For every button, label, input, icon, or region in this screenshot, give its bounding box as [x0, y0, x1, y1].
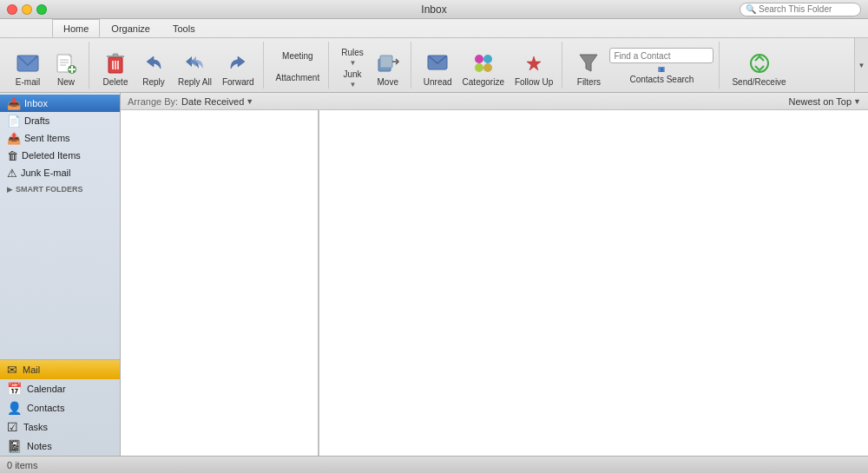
junk-label: Junk: [343, 69, 361, 79]
ribbon-group-move: Rules ▼ ! Junk ▼: [332, 42, 411, 89]
folder-sent[interactable]: 📤 Sent Items: [0, 129, 120, 147]
email-label: E-mail: [16, 77, 40, 87]
svg-marker-28: [527, 56, 541, 70]
nav-notes[interactable]: 📓 Notes: [0, 437, 120, 456]
search-box[interactable]: 🔍: [740, 3, 861, 16]
nav-mail[interactable]: ✉ Mail: [0, 360, 120, 379]
svg-marker-29: [580, 55, 597, 71]
nav-tasks[interactable]: ☑ Tasks: [0, 417, 120, 437]
tab-organize[interactable]: Organize: [100, 19, 161, 37]
close-button[interactable]: [7, 4, 17, 15]
arrange-sort[interactable]: Newest on Top ▼: [789, 96, 862, 107]
smart-folders-section[interactable]: ▶ SMART FOLDERS: [0, 181, 120, 195]
delete-button[interactable]: Delete: [98, 45, 133, 89]
move-button[interactable]: Move: [371, 45, 405, 89]
ribbon-content: E-mail New: [0, 38, 868, 92]
new-button[interactable]: New: [49, 45, 83, 89]
rules-dropdown-arrow: ▼: [350, 59, 357, 67]
forward-icon: [227, 53, 248, 74]
junk-button[interactable]: ! Junk ▼: [338, 68, 367, 89]
rules-button[interactable]: Rules ▼: [338, 46, 367, 67]
inbox-icon: 📥: [7, 97, 21, 110]
ribbon-group-find: Filters 👤 Contacts Search: [566, 42, 720, 89]
contacts-search-button[interactable]: 👤 Contacts Search: [609, 65, 713, 86]
delete-label: Delete: [103, 77, 128, 87]
ribbon-tabs: Home Organize Tools: [0, 19, 868, 38]
folder-deleted[interactable]: 🗑 Deleted Items: [0, 147, 120, 164]
folder-junk[interactable]: ⚠ Junk E-mail: [0, 164, 120, 181]
maximize-button[interactable]: [36, 4, 47, 15]
arrange-dropdown-arrow[interactable]: ▼: [246, 97, 253, 106]
smart-folders-label: SMART FOLDERS: [16, 185, 83, 194]
email-button[interactable]: E-mail: [10, 45, 45, 89]
ribbon-scroll-arrow[interactable]: ▼: [854, 38, 868, 92]
filters-icon: [579, 52, 598, 75]
sent-icon: 📤: [7, 132, 21, 145]
drafts-icon: 📄: [7, 115, 21, 128]
calendar-nav-label: Calendar: [27, 384, 66, 394]
search-input[interactable]: [759, 4, 855, 14]
preview-pane: [319, 110, 868, 456]
status-bar: 0 items: [0, 456, 868, 473]
smart-folders-arrow: ▶: [7, 186, 12, 194]
reply-label: Reply: [142, 77, 165, 87]
meeting-button[interactable]: Meeting: [273, 46, 324, 67]
nav-contacts[interactable]: 👤 Contacts: [0, 398, 120, 417]
mail-nav-label: Mail: [23, 365, 40, 375]
status-text: 0 items: [7, 460, 37, 470]
filters-button[interactable]: Filters: [571, 45, 606, 89]
reply-icon: [143, 53, 164, 74]
attachment-label: Attachment: [276, 73, 320, 82]
svg-text:👤: 👤: [660, 68, 664, 72]
arrange-value: Date Received: [181, 96, 244, 107]
notes-nav-icon: 📓: [7, 439, 22, 453]
nav-calendar[interactable]: 📅 Calendar: [0, 379, 120, 398]
contacts-search-icon: 👤: [655, 67, 667, 72]
folder-inbox[interactable]: 📥 Inbox: [0, 95, 120, 112]
calendar-nav-icon: 📅: [7, 382, 22, 396]
tasks-nav-label: Tasks: [23, 422, 48, 432]
arrange-bar: Arrange By: Date Received ▼ Newest on To…: [121, 93, 868, 110]
find-contact-field[interactable]: [614, 51, 709, 61]
title-bar: Inbox 🔍: [0, 0, 868, 19]
ribbon: Home Organize Tools E-mail: [0, 19, 868, 93]
reply-all-button[interactable]: Reply All: [174, 45, 215, 89]
contacts-search-label: Contacts Search: [629, 75, 694, 84]
drafts-label: Drafts: [24, 115, 49, 126]
tab-home[interactable]: Home: [52, 19, 100, 37]
move-label: Move: [378, 77, 398, 87]
reply-all-label: Reply All: [178, 77, 212, 87]
minimize-button[interactable]: [22, 4, 32, 15]
forward-button[interactable]: Forward: [219, 45, 258, 89]
send-receive-label: Send/Receive: [732, 77, 786, 87]
svg-rect-11: [113, 54, 118, 56]
unread-button[interactable]: Unread: [420, 45, 456, 89]
new-icon: [55, 52, 77, 75]
rules-label: Rules: [341, 48, 364, 57]
svg-point-24: [475, 55, 483, 63]
meeting-attachment-stack: Meeting Attachment: [273, 45, 324, 89]
delete-icon: [106, 52, 125, 75]
contacts-nav-icon: 👤: [7, 401, 22, 415]
email-icon: [16, 53, 40, 74]
window-controls: [7, 4, 47, 15]
meeting-label: Meeting: [282, 51, 313, 61]
find-contact-input[interactable]: [609, 48, 713, 63]
new-label: New: [57, 77, 75, 87]
contacts-nav-label: Contacts: [27, 403, 64, 413]
tab-tools[interactable]: Tools: [161, 19, 207, 37]
mail-nav-icon: ✉: [7, 363, 17, 377]
move-icon: [377, 52, 399, 75]
content-area: Arrange By: Date Received ▼ Newest on To…: [121, 93, 868, 456]
ribbon-group-meeting: Meeting Attachment: [267, 42, 330, 89]
junk-dropdown-arrow: ▼: [350, 81, 357, 89]
follow-up-button[interactable]: Follow Up: [511, 45, 556, 89]
reply-all-icon: [184, 53, 205, 74]
categorize-button[interactable]: Categorize: [459, 45, 508, 89]
filters-label: Filters: [577, 77, 601, 87]
attachment-button[interactable]: Attachment: [273, 68, 324, 89]
follow-up-icon: [523, 52, 545, 75]
folder-drafts[interactable]: 📄 Drafts: [0, 112, 120, 129]
reply-button[interactable]: Reply: [136, 45, 171, 89]
send-receive-button[interactable]: Send/Receive: [728, 45, 789, 89]
